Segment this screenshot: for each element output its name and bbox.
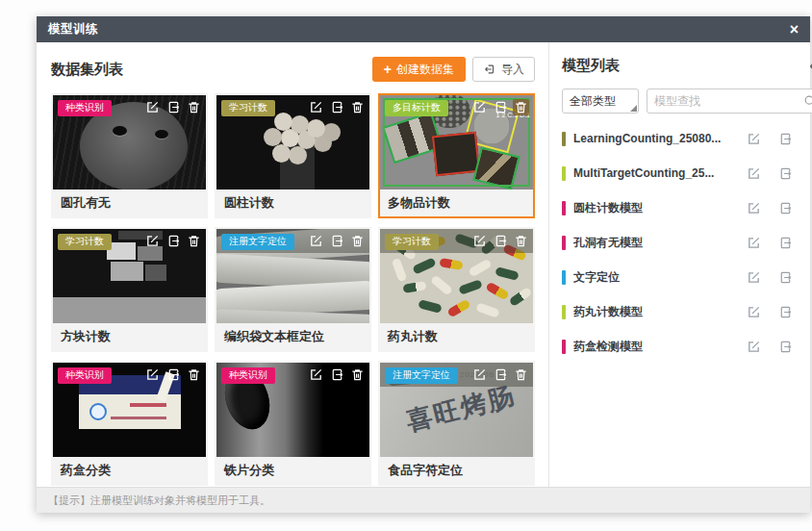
delete-dataset-button[interactable] — [186, 99, 202, 115]
copy-dataset-button[interactable] — [493, 367, 509, 383]
model-name: MultiTargetCounting_25... — [573, 166, 741, 180]
dataset-card-woven-bag-text[interactable]: 注册文字定位 编织袋文本框定位 — [215, 227, 371, 352]
pill-art — [412, 257, 437, 274]
dialog-body: 数据集列表 + 创建数据集 导入 — [37, 42, 810, 487]
model-row[interactable]: 药盒检测模型 — [562, 329, 812, 364]
dataset-title: 编织袋文本框定位 — [216, 323, 369, 350]
model-row[interactable]: MultiTargetCounting_25... — [562, 156, 812, 190]
dataset-card-cylinder-count[interactable]: 学习计数 圆柱计数 — [215, 93, 371, 218]
pill-art — [495, 266, 520, 281]
models-panel: 模型列表 全部类型 LearningCounting_25080... — [548, 42, 812, 487]
model-row[interactable]: 药丸计数模型 — [562, 294, 812, 329]
edit-model-button[interactable] — [747, 236, 761, 250]
create-dataset-button[interactable]: + 创建数据集 — [372, 57, 466, 82]
dataset-card-block-count[interactable]: 学习计数 方块计数 — [51, 227, 208, 352]
delete-dataset-button[interactable] — [186, 233, 202, 249]
model-color-bar — [562, 236, 566, 250]
export-model-button[interactable] — [778, 132, 793, 146]
edit-dataset-button[interactable] — [308, 367, 324, 383]
datasets-actions: + 创建数据集 导入 — [372, 57, 535, 82]
copy-dataset-button[interactable] — [329, 233, 345, 249]
dataset-thumbnail: 学习计数 — [53, 229, 206, 323]
copy-dataset-button[interactable] — [493, 99, 509, 115]
dialog-footer: 【提示】注册模型训练对象并将模型用于工具。 — [37, 487, 810, 513]
edit-model-button[interactable] — [747, 270, 761, 285]
edit-dataset-button[interactable] — [308, 99, 324, 115]
package-brand-text: 喜旺烤肠 — [402, 379, 519, 440]
copy-dataset-button[interactable] — [493, 233, 509, 249]
dataset-title: 圆孔有无 — [53, 190, 206, 216]
model-row[interactable]: LearningCounting_25080... — [562, 121, 812, 156]
import-dataset-label: 导入 — [501, 62, 524, 78]
copy-dataset-button[interactable] — [165, 233, 182, 249]
delete-dataset-button[interactable] — [349, 99, 366, 115]
dataset-type-badge: 多目标计数 — [385, 100, 448, 116]
edit-dataset-button[interactable] — [308, 233, 324, 249]
export-model-button[interactable] — [778, 305, 793, 319]
block-art — [145, 265, 166, 281]
delete-dataset-button[interactable] — [513, 99, 529, 115]
edit-model-button[interactable] — [747, 132, 761, 146]
delete-dataset-button[interactable] — [349, 367, 366, 383]
hole-art — [113, 126, 127, 136]
dataset-card-iron-sheet[interactable]: 种类识别 铁片分类 — [215, 361, 371, 486]
copy-dataset-button[interactable] — [165, 99, 182, 115]
model-type-select[interactable]: 全部类型 — [562, 88, 639, 114]
model-name: 圆柱计数模型 — [573, 200, 741, 216]
dataset-title: 食品字符定位 — [380, 457, 533, 484]
dataset-thumbnail: 学习计数 — [380, 229, 533, 323]
close-icon[interactable]: × — [790, 22, 799, 38]
export-model-button[interactable] — [778, 201, 793, 215]
dataset-card-food-character[interactable]: 2024.06.12 喜旺烤肠 注册文字定位 食品字符定位 — [378, 361, 535, 486]
pill-art — [485, 282, 509, 301]
copy-dataset-button[interactable] — [165, 367, 182, 383]
edit-model-button[interactable] — [747, 166, 761, 181]
dataset-card-multi-object-count[interactable]: 1 2 C:1 D:1 多目标计数 多物品计数 — [378, 93, 535, 218]
edit-dataset-button[interactable] — [471, 99, 488, 115]
box-text-art — [111, 417, 166, 419]
hole-art — [155, 130, 168, 139]
pill-art — [392, 258, 408, 283]
model-import-icon[interactable] — [807, 58, 812, 75]
import-dataset-button[interactable]: 导入 — [472, 57, 535, 82]
model-row[interactable]: 圆柱计数模型 — [562, 190, 812, 225]
edit-dataset-button[interactable] — [144, 99, 161, 115]
edit-dataset-button[interactable] — [471, 367, 488, 383]
edit-dataset-button[interactable] — [144, 233, 161, 249]
pill-art — [446, 299, 470, 318]
delete-dataset-button[interactable] — [513, 233, 529, 249]
export-model-button[interactable] — [778, 270, 793, 285]
dataset-card-round-hole[interactable]: 种类识别 圆孔有无 — [51, 93, 208, 218]
model-row[interactable]: 孔洞有无模型 — [562, 225, 812, 260]
model-name: 药丸计数模型 — [573, 304, 741, 320]
delete-dataset-button[interactable] — [513, 367, 529, 383]
dialog-header: 模型训练 × — [37, 16, 810, 42]
block-art — [111, 262, 143, 281]
dataset-type-badge: 种类识别 — [58, 100, 112, 116]
delete-dataset-button[interactable] — [349, 233, 366, 249]
dataset-title: 药丸计数 — [380, 323, 533, 350]
gray-strip-art — [53, 297, 206, 323]
dataset-thumbnail: 种类识别 — [53, 95, 206, 190]
edit-model-button[interactable] — [747, 201, 761, 215]
dataset-card-medicine-box[interactable]: 种类识别 药盒分类 — [51, 361, 208, 486]
export-model-button[interactable] — [778, 166, 793, 181]
delete-dataset-button[interactable] — [186, 367, 202, 383]
pill-art — [509, 287, 533, 307]
edit-dataset-button[interactable] — [144, 367, 161, 383]
edit-dataset-button[interactable] — [471, 233, 488, 249]
models-header: 模型列表 — [562, 57, 812, 75]
copy-dataset-button[interactable] — [329, 367, 345, 383]
export-model-button[interactable] — [778, 236, 793, 250]
export-model-button[interactable] — [778, 340, 793, 354]
edit-model-button[interactable] — [747, 305, 761, 319]
model-search-box — [647, 88, 812, 114]
copy-dataset-button[interactable] — [329, 99, 345, 115]
model-search-input[interactable] — [654, 94, 803, 108]
pill-art — [468, 259, 492, 278]
edit-model-button[interactable] — [747, 340, 761, 354]
model-name: LearningCounting_25080... — [573, 132, 741, 145]
dataset-card-pill-count[interactable]: 学习计数 药丸计数 — [378, 227, 535, 352]
model-row[interactable]: 文字定位 — [562, 260, 812, 294]
pill-art — [418, 299, 443, 314]
